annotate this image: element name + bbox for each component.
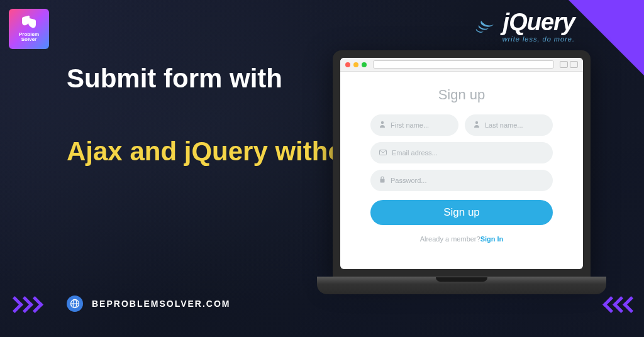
placeholder: Password... xyxy=(391,177,426,184)
headline-text: Submit form with xyxy=(67,63,282,94)
brand-logo: ProblemSolver xyxy=(9,9,49,49)
email-field[interactable]: Email adress... xyxy=(370,142,553,163)
browser-window: Sign up First name... Last name... xyxy=(340,58,583,269)
chevron-left-decoration xyxy=(9,297,39,312)
first-name-field[interactable]: First name... xyxy=(370,114,458,136)
signin-link[interactable]: Sign In xyxy=(480,235,504,243)
address-bar[interactable] xyxy=(373,60,554,69)
toolbar-button[interactable] xyxy=(570,61,578,68)
titlebar xyxy=(340,58,583,72)
laptop-base xyxy=(317,277,606,294)
jquery-logo: jQuery write less, do more. xyxy=(475,9,575,43)
user-icon xyxy=(474,121,480,130)
maximize-icon[interactable] xyxy=(362,62,367,67)
user-icon xyxy=(379,121,386,130)
lock-icon xyxy=(379,176,386,185)
jquery-wave-icon xyxy=(475,18,496,38)
toolbar-button[interactable] xyxy=(560,61,568,68)
form-title: Sign up xyxy=(438,87,486,103)
password-field[interactable]: Password... xyxy=(370,170,553,191)
svg-point-0 xyxy=(381,121,384,124)
mail-icon xyxy=(379,148,387,157)
signup-form: Sign up First name... Last name... xyxy=(340,72,583,269)
svg-rect-3 xyxy=(380,179,385,183)
minimize-icon[interactable] xyxy=(353,62,358,67)
placeholder: First name... xyxy=(391,121,429,129)
placeholder: Email adress... xyxy=(392,149,438,157)
brand-logo-text: ProblemSolver xyxy=(19,32,39,42)
chevron-right-decoration xyxy=(605,297,635,312)
footer-url: BEPROBLEMSOLVER.COM xyxy=(67,296,231,312)
globe-icon xyxy=(67,296,83,312)
brand-logo-icon xyxy=(22,16,36,30)
signin-prompt: Already a member?Sign In xyxy=(420,235,504,243)
placeholder: Last name... xyxy=(485,121,523,129)
window-controls xyxy=(345,62,367,67)
jquery-wordmark: jQuery xyxy=(503,9,575,35)
last-name-field[interactable]: Last name... xyxy=(465,114,553,136)
url-text: BEPROBLEMSOLVER.COM xyxy=(92,299,231,309)
close-icon[interactable] xyxy=(345,62,350,67)
svg-point-1 xyxy=(475,121,478,124)
laptop-screen: Sign up First name... Last name... xyxy=(333,50,591,277)
signup-button[interactable]: Sign up xyxy=(370,200,553,225)
laptop-mockup: Sign up First name... Last name... xyxy=(317,50,606,314)
